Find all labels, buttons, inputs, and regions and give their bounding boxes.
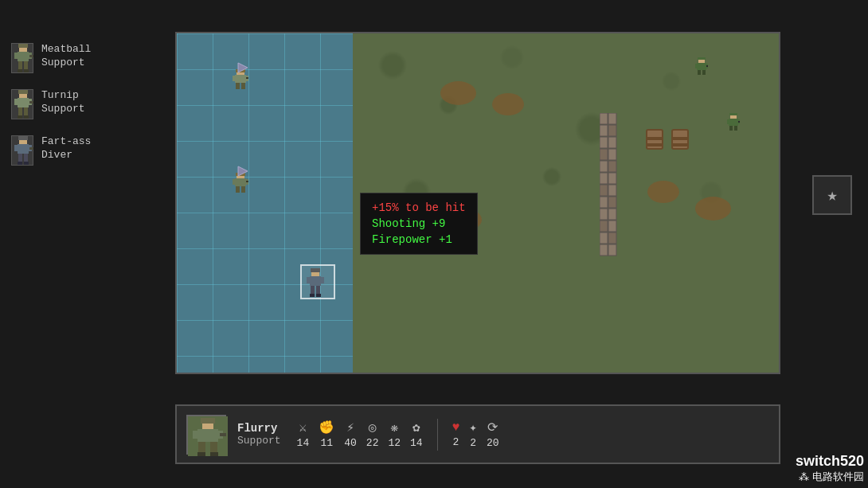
meatball-pixel-art bbox=[12, 44, 34, 74]
svg-rect-103 bbox=[198, 442, 205, 453]
armor-icon: ✦ bbox=[469, 420, 477, 435]
map-area: +15% to be hit Shooting +9 Firepower +1 bbox=[177, 33, 779, 373]
svg-rect-83 bbox=[697, 63, 706, 70]
svg-rect-63 bbox=[600, 149, 608, 160]
svg-rect-65 bbox=[600, 161, 608, 172]
svg-rect-3 bbox=[14, 53, 18, 59]
tooltip-line3: Firepower +1 bbox=[372, 233, 466, 246]
speed-value: 40 bbox=[344, 437, 357, 449]
unit-turnip[interactable]: Turnip Support bbox=[8, 86, 163, 123]
svg-rect-53 bbox=[311, 286, 315, 294]
enemy-1 bbox=[695, 57, 708, 79]
svg-rect-107 bbox=[220, 433, 226, 436]
watermark-sub: ⁂ 电路软件园 bbox=[799, 470, 864, 484]
svg-rect-51 bbox=[307, 277, 310, 283]
svg-rect-79 bbox=[600, 244, 608, 256]
turnip-pixel-art bbox=[12, 90, 34, 120]
stat-stamina: ⟳ 20 bbox=[487, 420, 499, 449]
svg-rect-78 bbox=[608, 232, 616, 244]
svg-rect-59 bbox=[600, 125, 608, 136]
terrain-detail-6 bbox=[695, 197, 731, 221]
svg-rect-29 bbox=[29, 147, 33, 150]
unit-list-panel: Meatball Support Turnip Support bbox=[0, 32, 171, 374]
svg-rect-100 bbox=[197, 429, 218, 442]
svg-marker-47 bbox=[238, 166, 248, 176]
terrain-detail-1 bbox=[440, 81, 476, 105]
stamina-value: 20 bbox=[487, 437, 499, 449]
hp-icon: ♥ bbox=[452, 420, 460, 435]
watermark: switch520 ⁂ 电路软件园 bbox=[796, 453, 864, 484]
svg-rect-104 bbox=[210, 442, 217, 453]
svg-rect-1 bbox=[18, 44, 28, 48]
svg-rect-60 bbox=[608, 125, 616, 136]
svg-rect-91 bbox=[729, 119, 738, 126]
flag-marker-2 bbox=[237, 165, 249, 182]
svg-rect-80 bbox=[608, 244, 616, 256]
hud-avatar bbox=[186, 415, 226, 455]
svg-rect-22 bbox=[18, 144, 29, 154]
star-icon: ★ bbox=[827, 185, 837, 206]
svg-rect-8 bbox=[24, 69, 29, 72]
svg-rect-26 bbox=[24, 154, 28, 162]
svg-rect-105 bbox=[197, 452, 205, 456]
svg-rect-95 bbox=[734, 126, 737, 131]
melee-icon: ⚔ bbox=[299, 420, 307, 435]
svg-rect-15 bbox=[18, 107, 22, 115]
rank-button[interactable]: ★ bbox=[812, 175, 852, 215]
watermark-main: switch520 bbox=[796, 453, 864, 470]
svg-rect-61 bbox=[600, 137, 608, 148]
flag-marker-1 bbox=[237, 61, 249, 78]
svg-rect-74 bbox=[608, 209, 616, 220]
turnip-sprite bbox=[11, 89, 33, 119]
unit-meatball[interactable]: Meatball Support bbox=[8, 40, 163, 76]
fartass-sprite bbox=[11, 135, 33, 166]
svg-rect-76 bbox=[608, 221, 616, 232]
svg-rect-17 bbox=[18, 115, 22, 119]
svg-rect-33 bbox=[233, 76, 235, 81]
svg-rect-2 bbox=[18, 52, 29, 61]
stat-armor: ✦ 2 bbox=[469, 420, 477, 449]
morale-value: 14 bbox=[410, 437, 423, 449]
hp-value: 2 bbox=[453, 436, 459, 448]
svg-rect-64 bbox=[608, 149, 616, 160]
stat-morale: ✿ 14 bbox=[410, 420, 423, 449]
stat-melee: ⚔ 14 bbox=[297, 420, 310, 449]
svg-rect-90 bbox=[729, 113, 737, 115]
svg-rect-66 bbox=[608, 161, 616, 172]
svg-rect-57 bbox=[600, 113, 608, 124]
stamina-icon: ⟳ bbox=[487, 420, 498, 435]
svg-rect-18 bbox=[24, 115, 29, 119]
svg-rect-16 bbox=[24, 107, 28, 115]
armor-value: 2 bbox=[470, 437, 476, 449]
aim-icon: ◎ bbox=[369, 420, 377, 435]
unit-fartass[interactable]: Fart-ass Diver bbox=[8, 132, 163, 169]
strength-icon: ✊ bbox=[319, 420, 334, 435]
svg-rect-70 bbox=[608, 185, 616, 196]
svg-rect-68 bbox=[608, 173, 616, 184]
fartass-label: Fart-ass Diver bbox=[41, 135, 91, 162]
svg-rect-35 bbox=[236, 83, 240, 89]
svg-rect-94 bbox=[729, 126, 733, 131]
svg-rect-19 bbox=[29, 101, 33, 103]
svg-rect-92 bbox=[727, 119, 729, 124]
enemy-2 bbox=[727, 113, 740, 135]
hud-stats-group: ⚔ 14 ✊ 11 ⚡ 40 ◎ 22 ❋ 12 ✿ 14 ♥ 2 ✦ bbox=[297, 419, 769, 451]
svg-rect-6 bbox=[24, 61, 28, 69]
svg-rect-101 bbox=[193, 431, 197, 439]
svg-rect-99 bbox=[201, 418, 215, 424]
map-left-tiles bbox=[177, 33, 356, 373]
svg-rect-69 bbox=[600, 185, 608, 196]
game-map[interactable]: +15% to be hit Shooting +9 Firepower +1 bbox=[175, 32, 780, 374]
svg-rect-21 bbox=[18, 136, 28, 140]
stat-perception: ❋ 12 bbox=[388, 420, 401, 449]
speed-icon: ⚡ bbox=[346, 420, 354, 435]
svg-rect-96 bbox=[738, 121, 740, 123]
svg-rect-71 bbox=[600, 197, 608, 208]
svg-rect-75 bbox=[600, 221, 608, 232]
tooltip-line1: +15% to be hit bbox=[372, 201, 466, 214]
fartass-pixel-art bbox=[12, 136, 34, 166]
stone-wall bbox=[600, 113, 617, 256]
selected-unit bbox=[304, 268, 326, 303]
svg-rect-106 bbox=[210, 452, 218, 456]
terrain-detail-2 bbox=[492, 93, 524, 115]
